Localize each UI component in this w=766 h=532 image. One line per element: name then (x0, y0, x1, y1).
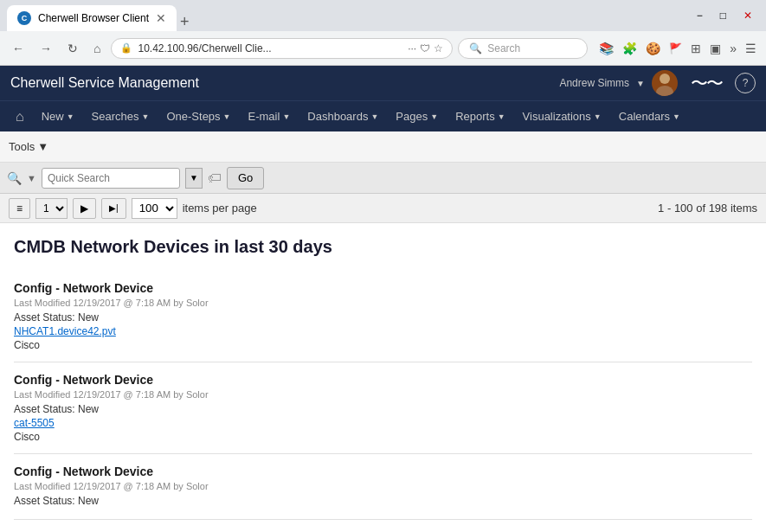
menu-icon[interactable]: ☰ (743, 40, 759, 57)
result-device-1[interactable]: cat-5505 (14, 417, 752, 429)
result-title-0: Config - Network Device (14, 281, 752, 295)
star-icon[interactable]: ☆ (434, 42, 443, 54)
home-button[interactable]: ⌂ (88, 38, 106, 59)
nav-item-calendars[interactable]: Calendars ▼ (610, 103, 689, 130)
per-page-label: items per page (183, 202, 257, 215)
result-title-1: Config - Network Device (14, 373, 752, 387)
nav-item-new[interactable]: New ▼ (33, 103, 83, 130)
nav-item-searches[interactable]: Searches ▼ (83, 103, 158, 130)
tab-title: Cherwell Browser Client (38, 12, 149, 24)
nav-item-reports[interactable]: Reports ▼ (447, 103, 513, 130)
quick-search-input[interactable] (42, 168, 180, 189)
app-header: Cherwell Service Management Andrew Simms… (0, 66, 766, 100)
username: Andrew Simms (559, 77, 629, 89)
reports-arrow-icon: ▼ (498, 112, 505, 121)
dashboards-arrow-icon: ▼ (370, 112, 378, 121)
last-page-button[interactable]: ▶| (101, 198, 126, 219)
active-tab[interactable]: C Cherwell Browser Client ✕ (7, 5, 177, 31)
result-device-0[interactable]: NHCAT1.device42.pvt (14, 325, 752, 337)
tools-arrow-icon: ▼ (37, 140, 48, 153)
app-title: Cherwell Service Management (10, 75, 559, 91)
nav-item-dashboards[interactable]: Dashboards ▼ (299, 103, 387, 130)
result-vendor-0: Cisco (14, 339, 752, 351)
result-vendor-1: Cisco (14, 431, 752, 443)
browser-tabs: C Cherwell Browser Client ✕ + (7, 0, 193, 31)
toolbar: Tools ▼ (0, 131, 766, 163)
one-steps-arrow-icon: ▼ (223, 112, 231, 121)
page-title: CMDB Network Devices in last 30 days (14, 237, 752, 257)
nav-item-visualizations[interactable]: Visualizations ▼ (514, 103, 610, 130)
logo-area: 〜〜 (685, 70, 728, 96)
more-nav-icon[interactable]: » (727, 40, 739, 57)
browser-toolbar-icons: 📚 🧩 🍪 🚩 ⊞ ▣ » ☰ (596, 40, 759, 57)
close-button[interactable]: ✕ (737, 8, 759, 23)
go-button[interactable]: Go (227, 167, 264, 189)
svg-point-0 (660, 74, 670, 84)
tools-label: Tools (9, 140, 35, 153)
page-number-select[interactable]: 1 (35, 198, 68, 219)
browser-nav: ← → ↻ ⌂ 🔒 10.42.100.96/Cherwell Clie... … (0, 31, 766, 66)
nav-item-email[interactable]: E-mail ▼ (240, 103, 299, 130)
nav-item-one-steps[interactable]: One-Steps ▼ (158, 103, 239, 130)
new-tab-button[interactable]: + (177, 13, 193, 31)
searches-arrow-icon: ▼ (142, 112, 150, 121)
pages-arrow-icon: ▼ (430, 112, 438, 121)
extensions-icon[interactable]: 🧩 (620, 40, 640, 57)
search-magnify-icon: 🔍 (469, 42, 482, 54)
home-nav-item[interactable]: ⌂ (7, 102, 33, 131)
browser-search-bar[interactable]: 🔍 Search (458, 38, 588, 59)
pagination-row: ≡ 1 ▶ ▶| 100 25 50 items per page 1 - 10… (0, 194, 766, 223)
reload-button[interactable]: ↻ (62, 38, 83, 59)
hamburger-menu-button[interactable]: ≡ (9, 198, 30, 219)
tag-icon[interactable]: 🏷 (208, 170, 222, 186)
new-arrow-icon: ▼ (67, 112, 74, 121)
search-type-dropdown[interactable]: ▼ (27, 173, 36, 183)
url-text: 10.42.100.96/Cherwell Clie... (138, 42, 402, 54)
result-meta-1: Last Modified 12/19/2017 @ 7:18 AM by So… (14, 389, 752, 400)
logo-wave: 〜〜 (691, 72, 722, 95)
nav-item-pages[interactable]: Pages ▼ (387, 103, 447, 130)
restore-button[interactable]: □ (713, 8, 733, 23)
avatar (652, 70, 678, 96)
result-status-0: Asset Status: New (14, 311, 752, 324)
search-row: 🔍 ▼ ▼ 🏷 Go (0, 163, 766, 194)
content-area: CMDB Network Devices in last 30 days Con… (0, 223, 766, 532)
help-button[interactable]: ? (735, 73, 756, 93)
flag-icon[interactable]: 🚩 (666, 41, 685, 56)
split-icon[interactable]: ▣ (707, 40, 724, 57)
shield-icon: 🛡 (420, 42, 430, 54)
security-icon: 🔒 (120, 42, 132, 54)
browser-chrome: C Cherwell Browser Client ✕ + − □ ✕ (0, 0, 766, 31)
email-arrow-icon: ▼ (282, 112, 290, 121)
search-row-icon: 🔍 (7, 171, 22, 185)
address-actions: ··· 🛡 ☆ (408, 42, 443, 54)
items-count: 1 - 100 of 198 items (658, 202, 757, 215)
result-title-2: Config - Network Device (14, 465, 752, 478)
per-page-select[interactable]: 100 25 50 (132, 198, 177, 219)
user-dropdown-icon[interactable]: ▼ (636, 79, 645, 88)
more-icon[interactable]: ··· (408, 42, 416, 54)
svg-point-1 (656, 86, 673, 96)
result-meta-0: Last Modified 12/19/2017 @ 7:18 AM by So… (14, 298, 752, 308)
page-number-box: 1 (35, 198, 68, 219)
back-button[interactable]: ← (7, 38, 29, 59)
tab-close-button[interactable]: ✕ (156, 11, 166, 25)
result-status-1: Asset Status: New (14, 403, 752, 415)
browser-search-placeholder: Search (487, 42, 520, 54)
result-item-2[interactable]: Config - Network Device Last Modified 12… (14, 454, 752, 520)
account-icon[interactable]: 🍪 (643, 40, 663, 57)
bookmarks-icon[interactable]: 📚 (596, 40, 616, 57)
grid-icon[interactable]: ⊞ (688, 40, 704, 57)
forward-button[interactable]: → (35, 38, 57, 59)
result-item-1[interactable]: Config - Network Device Last Modified 12… (14, 362, 752, 454)
tab-favicon: C (17, 11, 31, 25)
quick-search-dropdown-button[interactable]: ▼ (185, 168, 203, 189)
result-meta-2: Last Modified 12/19/2017 @ 7:18 AM by So… (14, 481, 752, 491)
address-bar[interactable]: 🔒 10.42.100.96/Cherwell Clie... ··· 🛡 ☆ (111, 38, 453, 59)
visualizations-arrow-icon: ▼ (594, 112, 602, 121)
tools-button[interactable]: Tools ▼ (9, 140, 48, 153)
minimize-button[interactable]: − (690, 8, 710, 23)
result-item-0[interactable]: Config - Network Device Last Modified 12… (14, 271, 752, 362)
user-area: Andrew Simms ▼ 〜〜 ? (559, 70, 756, 96)
next-page-button[interactable]: ▶ (73, 198, 96, 219)
